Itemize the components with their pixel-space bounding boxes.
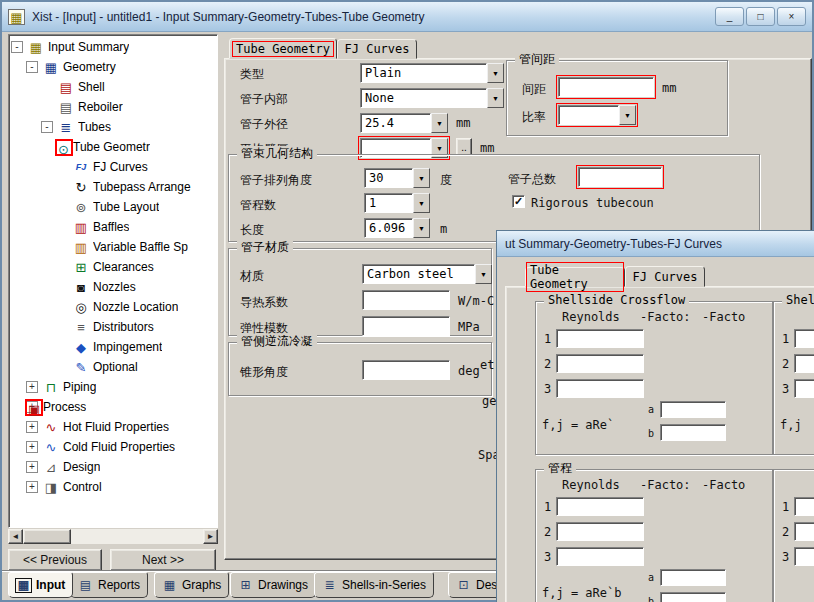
window-reynolds-2-input[interactable] (794, 354, 814, 373)
tree-item-nozzles[interactable]: ◙ Nozzles (9, 277, 217, 297)
tubes-icon: ≣ (58, 120, 74, 135)
maximize-button[interactable]: □ (746, 7, 775, 26)
fj-curves-window[interactable]: ut Summary-Geometry-Tubes-FJ Curves Tube… (496, 230, 814, 602)
tree-item-optional[interactable]: ✎ Optional (9, 357, 217, 377)
expand-icon[interactable]: + (26, 441, 38, 453)
chevron-down-icon[interactable] (619, 105, 636, 125)
modulus-input[interactable] (362, 316, 450, 336)
tubeside-reynolds-3-input[interactable] (556, 547, 644, 566)
tree-item-input-summary[interactable]: - ▦ Input Summary (9, 37, 217, 57)
minimize-button[interactable]: _ (715, 7, 744, 26)
scroll-right-arrow-icon[interactable]: ► (203, 529, 218, 544)
tree-item-shell[interactable]: ▤ Shell (9, 77, 217, 97)
crossflow-reynolds-3-input[interactable] (556, 379, 644, 398)
bottom-tab-shells-in-series[interactable]: ≣ Shells-in-Series (314, 572, 434, 598)
collapse-icon[interactable]: - (41, 121, 53, 133)
tree-item-label: Nozzles (93, 280, 136, 294)
bottom-tab-drawings[interactable]: ⊞ Drawings (230, 572, 316, 598)
expand-icon[interactable]: + (26, 461, 38, 473)
crossflow-reynolds-1-input[interactable] (556, 329, 644, 348)
crossflow-reynolds-2-input[interactable] (556, 354, 644, 373)
xist-window: ▦ Xist - [Input] - untitled1 - Input Sum… (0, 0, 814, 602)
tubeside-coeff-a-input[interactable] (660, 569, 726, 586)
pitch-input[interactable] (558, 77, 654, 97)
chevron-down-icon[interactable] (413, 168, 430, 188)
length-select[interactable]: 6.096 (364, 218, 430, 238)
expand-icon[interactable]: + (26, 381, 38, 393)
tree-item-baffles[interactable]: ▥ Baffles (9, 217, 217, 237)
ratio-select[interactable] (558, 105, 636, 125)
conductivity-input[interactable] (362, 290, 450, 310)
tree-item-geometry[interactable]: - ▦ Geometry (9, 57, 217, 77)
tree-item-clearances[interactable]: ⊞ Clearances (9, 257, 217, 277)
tree-item-tube-layout[interactable]: ⊚ Tube Layout (9, 197, 217, 217)
tree-item-impingement[interactable]: ◆ Impingement (9, 337, 217, 357)
tree-item-piping[interactable]: + ⊓ Piping (9, 377, 217, 397)
tab-fj-curves[interactable]: FJ Curves (337, 39, 417, 59)
material-select[interactable]: Carbon steel (362, 264, 492, 284)
window-reynolds-1-input[interactable] (794, 329, 814, 348)
tree-item-hot-fluid-properties[interactable]: + ∿ Hot Fluid Properties (9, 417, 217, 437)
tube-count-input[interactable] (578, 167, 662, 187)
crossflow-coeff-a-input[interactable] (660, 401, 726, 418)
tube-passes-select[interactable]: 1 (364, 193, 430, 213)
reynolds-header: Reynolds (562, 478, 620, 492)
tube-internal-select[interactable]: None (360, 88, 504, 108)
tree-item-tubepass-arrange[interactable]: ↻ Tubepass Arrange (9, 177, 217, 197)
tree-item-reboiler[interactable]: ▤ Reboiler (9, 97, 217, 117)
bottom-tab-graphs[interactable]: ▦ Graphs (154, 572, 229, 598)
tree-item-control[interactable]: + ◨ Control (9, 477, 217, 497)
group-title: Shell (782, 293, 814, 308)
scroll-left-arrow-icon[interactable]: ◄ (8, 529, 23, 544)
chevron-down-icon[interactable] (413, 193, 430, 213)
tree-item-process[interactable]: + ▣ Process (9, 397, 217, 417)
tube-od-select[interactable]: 25.4 (360, 113, 448, 133)
tree-item-tubes[interactable]: - ≣ Tubes (9, 117, 217, 137)
chevron-down-icon[interactable] (487, 63, 504, 83)
type-select[interactable]: Plain (360, 63, 504, 83)
row-number: 1 (782, 500, 789, 514)
partial-reynolds-1-input[interactable] (794, 497, 814, 516)
collapse-icon[interactable]: - (26, 61, 38, 73)
partial-reynolds-3-input[interactable] (794, 547, 814, 566)
tree-item-distributors[interactable]: ≡ Distributors (9, 317, 217, 337)
taper-angle-input[interactable] (362, 360, 450, 380)
collapse-icon[interactable]: - (11, 41, 23, 53)
expand-icon[interactable]: + (26, 421, 38, 433)
fj-tab-tube-geometry[interactable]: Tube Geometry (525, 267, 625, 287)
title-bar[interactable]: ▦ Xist - [Input] - untitled1 - Input Sum… (2, 2, 812, 32)
bottom-tab-input[interactable]: ▦ Input (8, 572, 73, 598)
factor-header-2: -Facto (702, 478, 745, 492)
window-reynolds-3-input[interactable] (794, 379, 814, 398)
scrollbar-thumb[interactable] (23, 529, 71, 544)
fj-title-bar[interactable]: ut Summary-Geometry-Tubes-FJ Curves (497, 231, 814, 257)
fj-tab-fj-curves[interactable]: FJ Curves (625, 266, 705, 287)
chevron-down-icon[interactable] (487, 88, 504, 108)
next-button[interactable]: Next >> (110, 549, 216, 571)
expand-icon[interactable]: + (26, 481, 38, 493)
tubeside-reynolds-1-input[interactable] (556, 497, 644, 516)
chevron-down-icon[interactable] (475, 264, 492, 284)
tree-item-fj-curves[interactable]: FJ FJ Curves (9, 157, 217, 177)
tree-hscrollbar[interactable]: ◄ ► (8, 529, 218, 544)
close-button[interactable]: × (777, 7, 806, 26)
bottom-tab-reports[interactable]: ▤ Reports (70, 572, 148, 598)
tree-item-variable-baffle-spacing[interactable]: ▥ Variable Baffle Sp (9, 237, 217, 257)
layout-angle-select[interactable]: 30 (364, 168, 430, 188)
tubeside-coeff-b-input[interactable] (660, 592, 726, 602)
crossflow-coeff-b-input[interactable] (660, 424, 726, 441)
tree-item-tube-geometry[interactable]: ⊙ Tube Geometr (9, 137, 217, 157)
chevron-down-icon[interactable] (413, 218, 430, 238)
chevron-down-icon[interactable] (431, 113, 448, 133)
tree-item-design[interactable]: + ⊿ Design (9, 457, 217, 477)
formula-label: f,j (780, 418, 802, 432)
tubeside-reynolds-2-input[interactable] (556, 522, 644, 541)
pitch-label: 间距 (522, 81, 546, 98)
tree-item-nozzle-location[interactable]: ◎ Nozzle Location (9, 297, 217, 317)
partial-reynolds-2-input[interactable] (794, 522, 814, 541)
row-number: 2 (544, 525, 551, 539)
previous-button[interactable]: << Previous (8, 549, 102, 571)
tree-item-cold-fluid-properties[interactable]: + ∿ Cold Fluid Properties (9, 437, 217, 457)
rigorous-tubecount-checkbox[interactable]: ✓ (512, 195, 525, 208)
tab-tube-geometry[interactable]: Tube Geometry (229, 38, 337, 59)
